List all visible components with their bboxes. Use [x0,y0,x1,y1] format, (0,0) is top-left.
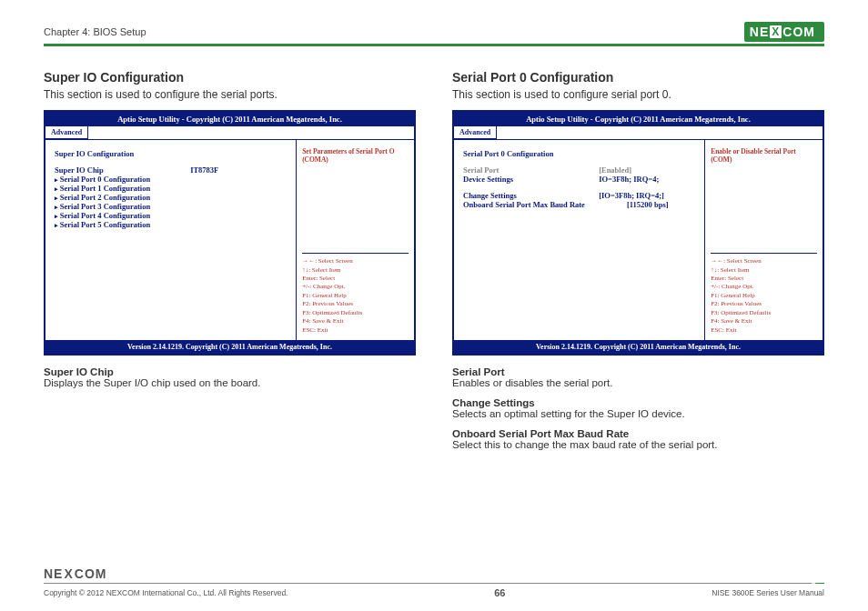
bios-menu-item: Serial Port 0 Configuration [55,175,288,184]
bios-help-keys: →←: Select Screen ↑↓: Select Item Enter:… [302,253,409,335]
right-desc1-body: Enables or disables the serial port. [452,377,824,388]
bios-main-panel: Serial Port 0 Configuration Serial Port … [454,140,705,340]
right-desc3-body: Select this to change the max baud rate … [452,439,824,450]
help-line: Enter: Select [711,275,817,283]
page-number: 66 [494,587,505,598]
right-desc1-title: Serial Port [452,366,824,377]
help-line: F3: Optimized Defaults [302,309,409,317]
bios-row: Onboard Serial Port Max Baud Rate [11520… [463,200,697,209]
bios-heading: Super IO Configuration [55,149,288,158]
bios-menu-item: Serial Port 5 Configuration [55,220,288,229]
bios-top-bar: Aptio Setup Utility - Copyright (C) 2011… [454,112,823,126]
help-line: F2: Previous Values [711,300,817,308]
help-line: F3: Optimized Defaults [711,309,817,317]
footer-logo: NEXCOM [44,566,824,581]
right-column: Serial Port 0 Configuration This section… [452,70,824,457]
bios-row: Change Settings [IO=3F8h; IRQ=4;] [463,191,697,200]
help-line: ESC: Exit [302,326,409,335]
left-subtitle: This section is used to configure the se… [44,88,416,101]
right-title: Serial Port 0 Configuration [452,70,824,85]
help-line: ↑↓: Select Item [711,266,817,275]
bios-tab-row: Advanced [45,126,414,140]
footer-rule [44,583,824,584]
help-line: ESC: Exit [711,326,817,335]
right-desc3-title: Onboard Serial Port Max Baud Rate [452,428,824,439]
help-line: F1: General Help [302,292,409,300]
bios-help-top: Enable or Disable Serial Port (COM) [711,147,817,164]
bios-menu-item: Serial Port 4 Configuration [55,211,288,220]
left-title: Super IO Configuration [44,70,416,85]
footer-copyright: Copyright © 2012 NEXCOM International Co… [44,588,288,597]
left-column: Super IO Configuration This section is u… [44,70,416,457]
footer-manual: NISE 3600E Series User Manual [712,588,824,597]
bios-tab-row: Advanced [454,126,823,140]
bios-tab-advanced: Advanced [45,126,88,139]
bios-row-label: Onboard Serial Port Max Baud Rate [463,200,627,209]
bios-row-label: Serial Port [463,165,599,175]
bios-row-label: Device Settings [463,175,599,184]
right-desc2-body: Selects an optimal setting for the Super… [452,408,824,419]
header-rule [44,44,824,46]
bios-chip-value: IT8783F [190,165,288,175]
right-subtitle: This section is used to configure serial… [452,88,824,101]
bios-help-panel: Set Parameters of Serial Port O (COMA) →… [297,140,414,340]
bios-help-keys: →←: Select Screen ↑↓: Select Item Enter:… [711,253,817,335]
left-desc1-title: Super IO Chip [44,366,416,377]
content-columns: Super IO Configuration This section is u… [44,70,824,457]
bios-help-panel: Enable or Disable Serial Port (COM) →←: … [705,140,823,340]
bios-menu-item: Serial Port 2 Configuration [55,193,288,202]
bios-menu-item: Serial Port 1 Configuration [55,184,288,193]
bios-chip-row: Super IO Chip IT8783F [55,165,288,175]
chapter-label: Chapter 4: BIOS Setup [44,26,146,37]
bios-row-label: Change Settings [463,191,599,200]
bios-main-panel: Super IO Configuration Super IO Chip IT8… [45,140,297,340]
help-line: F1: General Help [711,292,817,300]
help-line: +/-: Change Opt. [711,283,817,291]
bios-row-value: IO=3F8h; IRQ=4; [599,175,697,184]
page-header: Chapter 4: BIOS Setup NEXCOM [44,22,824,42]
help-line: Enter: Select [302,275,409,283]
bios-footer: Version 2.14.1219. Copyright (C) 2011 Am… [45,340,414,354]
bios-heading: Serial Port 0 Configuration [463,149,697,158]
bios-row: Device Settings IO=3F8h; IRQ=4; [463,175,697,184]
bios-row: Serial Port [Enabled] [463,165,697,175]
bios-row-value: [115200 bps] [627,200,697,209]
right-desc2-title: Change Settings [452,397,824,408]
help-line: →←: Select Screen [302,257,409,265]
help-line: →←: Select Screen [711,257,817,265]
help-line: F4: Save & Exit [711,317,817,326]
brand-logo: NEXCOM [744,22,824,42]
help-line: F2: Previous Values [302,300,409,308]
bios-menu-item: Serial Port 3 Configuration [55,202,288,211]
bios-row-value: [Enabled] [599,165,697,175]
bios-footer: Version 2.14.1219. Copyright (C) 2011 Am… [454,340,823,354]
right-bios-screenshot: Aptio Setup Utility - Copyright (C) 2011… [452,110,824,356]
page-footer: NEXCOM Copyright © 2012 NEXCOM Internati… [44,566,824,598]
left-bios-screenshot: Aptio Setup Utility - Copyright (C) 2011… [44,110,416,356]
bios-row-value: [IO=3F8h; IRQ=4;] [599,191,697,200]
bios-top-bar: Aptio Setup Utility - Copyright (C) 2011… [45,112,414,126]
help-line: ↑↓: Select Item [302,266,409,275]
bios-chip-label: Super IO Chip [55,165,190,175]
help-line: F4: Save & Exit [302,317,409,326]
help-line: +/-: Change Opt. [302,283,409,291]
bios-help-top: Set Parameters of Serial Port O (COMA) [302,147,409,164]
left-desc1-body: Displays the Super I/O chip used on the … [44,377,416,388]
bios-tab-advanced: Advanced [454,126,497,139]
